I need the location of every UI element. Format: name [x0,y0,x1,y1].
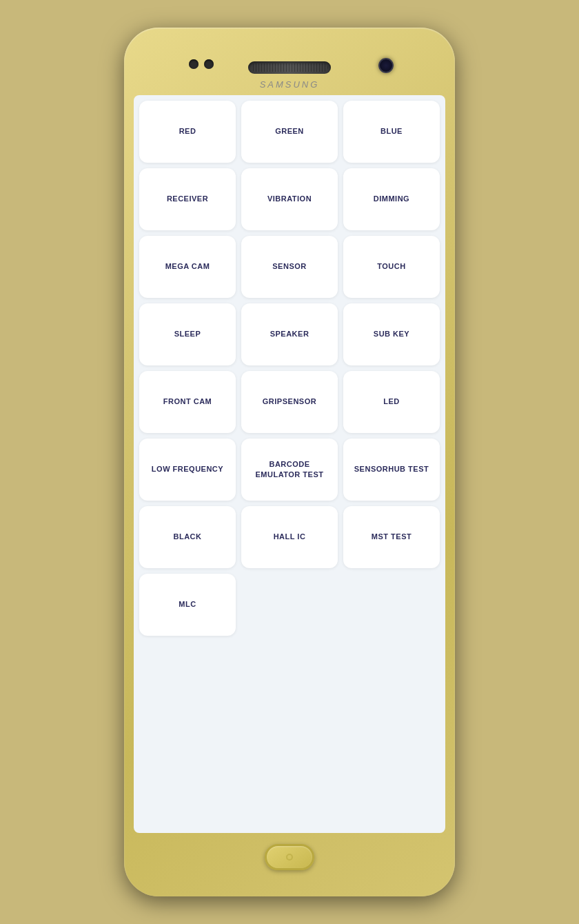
grid-btn-label-green: GREEN [275,126,304,137]
camera-dots [189,59,214,69]
grid-btn-blue[interactable]: BLUE [343,101,440,163]
grid-btn-led[interactable]: LED [343,371,440,433]
grid-btn-label-sub-key: SUB KEY [374,329,409,339]
test-grid: REDGREENBLUERECEIVERVIBRATIONDIMMINGMEGA… [139,101,440,636]
grid-btn-gripsensor[interactable]: GRIPSENSOR [241,371,338,433]
grid-btn-label-black: BLACK [174,532,202,542]
samsung-logo: SAMSUNG [260,79,320,90]
grid-btn-label-blue: BLUE [380,126,403,137]
grid-btn-receiver[interactable]: RECEIVER [139,168,236,230]
grid-btn-mlc[interactable]: MLC [139,574,236,636]
grid-btn-speaker[interactable]: SPEAKER [241,303,338,365]
grid-btn-dimming[interactable]: DIMMING [343,168,440,230]
grid-btn-label-front-cam: FRONT CAM [163,396,212,407]
grid-btn-sensorhub-test[interactable]: SENSORHUB TEST [343,439,440,501]
grid-btn-hall-ic[interactable]: HALL IC [241,506,338,568]
grid-btn-label-led: LED [383,396,400,407]
grid-btn-label-receiver: RECEIVER [167,194,208,204]
phone-top-bar: SAMSUNG [134,40,445,95]
grid-btn-barcode-emulator-test[interactable]: BARCODE EMULATOR TEST [241,439,338,501]
grid-btn-label-dimming: DIMMING [374,194,409,204]
grid-btn-black[interactable]: BLACK [139,506,236,568]
grid-btn-vibration[interactable]: VIBRATION [241,168,338,230]
grid-btn-label-vibration: VIBRATION [267,194,312,204]
grid-btn-label-hall-ic: HALL IC [274,532,306,542]
grid-btn-label-barcode-emulator-test: BARCODE EMULATOR TEST [247,459,332,481]
grid-btn-label-low-frequency: LOW FREQUENCY [152,464,223,474]
camera-dot-1 [189,59,199,69]
grid-btn-green[interactable]: GREEN [241,101,338,163]
grid-btn-label-speaker: SPEAKER [270,329,309,339]
grid-btn-low-frequency[interactable]: LOW FREQUENCY [139,439,236,501]
grid-btn-label-touch: TOUCH [377,261,405,272]
grid-btn-label-red: RED [179,126,196,137]
grid-btn-mega-cam[interactable]: MEGA CAM [139,236,236,298]
front-camera-lens [378,58,394,73]
phone-bottom-bar [134,833,445,881]
grid-btn-label-mlc: MLC [179,599,196,610]
grid-btn-label-mst-test: MST TEST [372,532,412,542]
grid-btn-red[interactable]: RED [139,101,236,163]
home-button-inner [286,854,293,861]
grid-btn-label-sleep: SLEEP [174,329,201,339]
grid-btn-mst-test[interactable]: MST TEST [343,506,440,568]
grid-btn-label-mega-cam: MEGA CAM [165,261,210,272]
grid-btn-sleep[interactable]: SLEEP [139,303,236,365]
grid-btn-label-sensorhub-test: SENSORHUB TEST [354,464,429,474]
phone-device: SAMSUNG REDGREENBLUERECEIVERVIBRATIONDIM… [124,28,455,896]
camera-dot-2 [204,59,214,69]
grid-btn-front-cam[interactable]: FRONT CAM [139,371,236,433]
speaker-grille [248,61,331,74]
grid-btn-label-sensor: SENSOR [272,261,306,272]
grid-btn-touch[interactable]: TOUCH [343,236,440,298]
home-button[interactable] [265,844,314,870]
grid-btn-sub-key[interactable]: SUB KEY [343,303,440,365]
grid-btn-sensor[interactable]: SENSOR [241,236,338,298]
phone-screen: REDGREENBLUERECEIVERVIBRATIONDIMMINGMEGA… [134,95,445,833]
grid-btn-label-gripsensor: GRIPSENSOR [263,396,316,407]
